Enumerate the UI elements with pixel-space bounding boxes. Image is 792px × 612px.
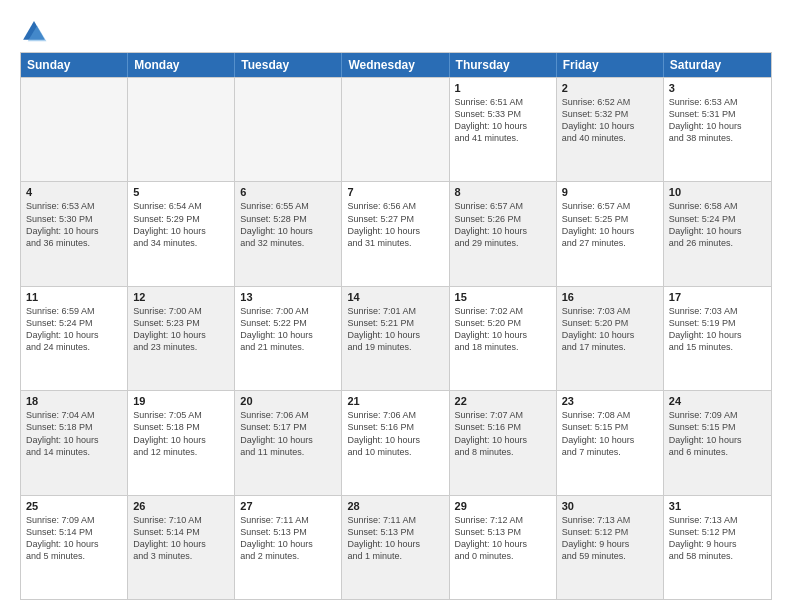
cal-cell: 16Sunrise: 7:03 AM Sunset: 5:20 PM Dayli… [557,287,664,390]
cal-header-tuesday: Tuesday [235,53,342,77]
day-info: Sunrise: 7:00 AM Sunset: 5:22 PM Dayligh… [240,305,336,354]
day-info: Sunrise: 6:57 AM Sunset: 5:26 PM Dayligh… [455,200,551,249]
cal-week-2: 4Sunrise: 6:53 AM Sunset: 5:30 PM Daylig… [21,181,771,285]
day-number: 27 [240,500,336,512]
cal-cell: 20Sunrise: 7:06 AM Sunset: 5:17 PM Dayli… [235,391,342,494]
cal-cell [128,78,235,181]
day-number: 9 [562,186,658,198]
cal-header-monday: Monday [128,53,235,77]
day-number: 26 [133,500,229,512]
cal-week-3: 11Sunrise: 6:59 AM Sunset: 5:24 PM Dayli… [21,286,771,390]
cal-cell: 6Sunrise: 6:55 AM Sunset: 5:28 PM Daylig… [235,182,342,285]
day-info: Sunrise: 6:51 AM Sunset: 5:33 PM Dayligh… [455,96,551,145]
day-number: 13 [240,291,336,303]
day-number: 30 [562,500,658,512]
cal-cell: 24Sunrise: 7:09 AM Sunset: 5:15 PM Dayli… [664,391,771,494]
day-info: Sunrise: 7:09 AM Sunset: 5:15 PM Dayligh… [669,409,766,458]
cal-header-friday: Friday [557,53,664,77]
day-number: 16 [562,291,658,303]
cal-cell: 3Sunrise: 6:53 AM Sunset: 5:31 PM Daylig… [664,78,771,181]
day-number: 20 [240,395,336,407]
logo-icon [20,18,48,46]
day-info: Sunrise: 6:57 AM Sunset: 5:25 PM Dayligh… [562,200,658,249]
cal-header-saturday: Saturday [664,53,771,77]
cal-cell: 28Sunrise: 7:11 AM Sunset: 5:13 PM Dayli… [342,496,449,599]
cal-cell [342,78,449,181]
day-info: Sunrise: 6:56 AM Sunset: 5:27 PM Dayligh… [347,200,443,249]
day-info: Sunrise: 6:59 AM Sunset: 5:24 PM Dayligh… [26,305,122,354]
day-number: 25 [26,500,122,512]
cal-cell: 23Sunrise: 7:08 AM Sunset: 5:15 PM Dayli… [557,391,664,494]
cal-cell: 5Sunrise: 6:54 AM Sunset: 5:29 PM Daylig… [128,182,235,285]
calendar-header-row: SundayMondayTuesdayWednesdayThursdayFrid… [21,53,771,77]
cal-cell: 14Sunrise: 7:01 AM Sunset: 5:21 PM Dayli… [342,287,449,390]
day-number: 29 [455,500,551,512]
cal-cell: 25Sunrise: 7:09 AM Sunset: 5:14 PM Dayli… [21,496,128,599]
page: SundayMondayTuesdayWednesdayThursdayFrid… [0,0,792,612]
day-info: Sunrise: 7:08 AM Sunset: 5:15 PM Dayligh… [562,409,658,458]
day-info: Sunrise: 6:55 AM Sunset: 5:28 PM Dayligh… [240,200,336,249]
day-number: 17 [669,291,766,303]
cal-cell: 11Sunrise: 6:59 AM Sunset: 5:24 PM Dayli… [21,287,128,390]
cal-cell: 22Sunrise: 7:07 AM Sunset: 5:16 PM Dayli… [450,391,557,494]
cal-cell: 13Sunrise: 7:00 AM Sunset: 5:22 PM Dayli… [235,287,342,390]
day-info: Sunrise: 7:01 AM Sunset: 5:21 PM Dayligh… [347,305,443,354]
day-info: Sunrise: 7:13 AM Sunset: 5:12 PM Dayligh… [669,514,766,563]
day-info: Sunrise: 7:04 AM Sunset: 5:18 PM Dayligh… [26,409,122,458]
day-info: Sunrise: 7:03 AM Sunset: 5:20 PM Dayligh… [562,305,658,354]
day-info: Sunrise: 7:06 AM Sunset: 5:17 PM Dayligh… [240,409,336,458]
cal-week-4: 18Sunrise: 7:04 AM Sunset: 5:18 PM Dayli… [21,390,771,494]
cal-cell: 19Sunrise: 7:05 AM Sunset: 5:18 PM Dayli… [128,391,235,494]
day-number: 1 [455,82,551,94]
day-number: 4 [26,186,122,198]
day-number: 8 [455,186,551,198]
day-info: Sunrise: 7:06 AM Sunset: 5:16 PM Dayligh… [347,409,443,458]
cal-cell [21,78,128,181]
day-info: Sunrise: 7:07 AM Sunset: 5:16 PM Dayligh… [455,409,551,458]
cal-cell: 2Sunrise: 6:52 AM Sunset: 5:32 PM Daylig… [557,78,664,181]
day-number: 21 [347,395,443,407]
day-number: 23 [562,395,658,407]
day-info: Sunrise: 6:58 AM Sunset: 5:24 PM Dayligh… [669,200,766,249]
cal-cell: 4Sunrise: 6:53 AM Sunset: 5:30 PM Daylig… [21,182,128,285]
cal-cell: 27Sunrise: 7:11 AM Sunset: 5:13 PM Dayli… [235,496,342,599]
day-info: Sunrise: 7:12 AM Sunset: 5:13 PM Dayligh… [455,514,551,563]
day-number: 5 [133,186,229,198]
day-info: Sunrise: 7:11 AM Sunset: 5:13 PM Dayligh… [240,514,336,563]
day-info: Sunrise: 6:52 AM Sunset: 5:32 PM Dayligh… [562,96,658,145]
cal-header-thursday: Thursday [450,53,557,77]
cal-cell: 15Sunrise: 7:02 AM Sunset: 5:20 PM Dayli… [450,287,557,390]
cal-cell: 8Sunrise: 6:57 AM Sunset: 5:26 PM Daylig… [450,182,557,285]
day-info: Sunrise: 7:10 AM Sunset: 5:14 PM Dayligh… [133,514,229,563]
day-info: Sunrise: 7:11 AM Sunset: 5:13 PM Dayligh… [347,514,443,563]
day-info: Sunrise: 7:05 AM Sunset: 5:18 PM Dayligh… [133,409,229,458]
cal-week-5: 25Sunrise: 7:09 AM Sunset: 5:14 PM Dayli… [21,495,771,599]
cal-cell: 12Sunrise: 7:00 AM Sunset: 5:23 PM Dayli… [128,287,235,390]
day-number: 24 [669,395,766,407]
day-number: 15 [455,291,551,303]
cal-cell: 26Sunrise: 7:10 AM Sunset: 5:14 PM Dayli… [128,496,235,599]
day-number: 12 [133,291,229,303]
day-number: 31 [669,500,766,512]
cal-cell: 21Sunrise: 7:06 AM Sunset: 5:16 PM Dayli… [342,391,449,494]
day-number: 3 [669,82,766,94]
calendar: SundayMondayTuesdayWednesdayThursdayFrid… [20,52,772,600]
day-info: Sunrise: 7:09 AM Sunset: 5:14 PM Dayligh… [26,514,122,563]
day-number: 14 [347,291,443,303]
cal-cell: 10Sunrise: 6:58 AM Sunset: 5:24 PM Dayli… [664,182,771,285]
day-info: Sunrise: 7:03 AM Sunset: 5:19 PM Dayligh… [669,305,766,354]
day-info: Sunrise: 6:53 AM Sunset: 5:31 PM Dayligh… [669,96,766,145]
cal-cell: 30Sunrise: 7:13 AM Sunset: 5:12 PM Dayli… [557,496,664,599]
day-number: 22 [455,395,551,407]
calendar-body: 1Sunrise: 6:51 AM Sunset: 5:33 PM Daylig… [21,77,771,599]
cal-cell: 17Sunrise: 7:03 AM Sunset: 5:19 PM Dayli… [664,287,771,390]
cal-cell: 9Sunrise: 6:57 AM Sunset: 5:25 PM Daylig… [557,182,664,285]
day-info: Sunrise: 7:00 AM Sunset: 5:23 PM Dayligh… [133,305,229,354]
cal-cell: 1Sunrise: 6:51 AM Sunset: 5:33 PM Daylig… [450,78,557,181]
cal-cell: 29Sunrise: 7:12 AM Sunset: 5:13 PM Dayli… [450,496,557,599]
day-info: Sunrise: 7:13 AM Sunset: 5:12 PM Dayligh… [562,514,658,563]
day-number: 2 [562,82,658,94]
cal-cell: 7Sunrise: 6:56 AM Sunset: 5:27 PM Daylig… [342,182,449,285]
cal-header-sunday: Sunday [21,53,128,77]
day-info: Sunrise: 6:54 AM Sunset: 5:29 PM Dayligh… [133,200,229,249]
